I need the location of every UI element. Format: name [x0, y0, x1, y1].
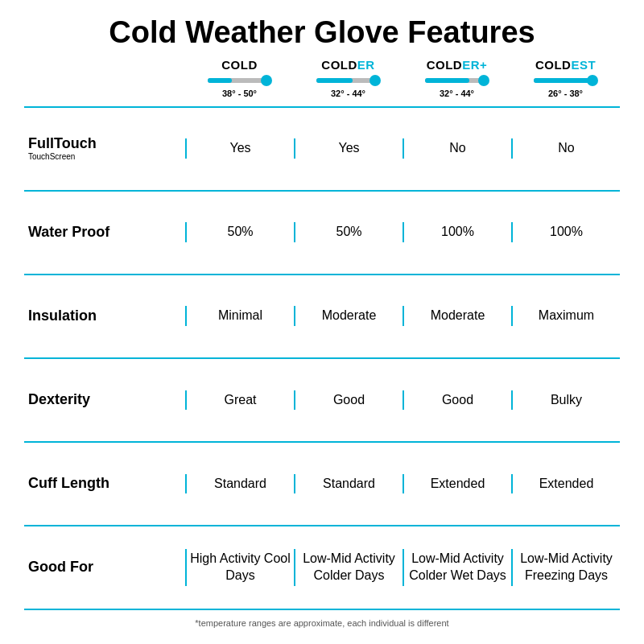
- row-value-goodfor-0: High Activity Cool Days: [185, 549, 294, 586]
- row-fulltouch: FullTouchTouchScreenYesYesNoNo: [24, 106, 620, 190]
- row-insulation: InsulationMinimalModerateModerateMaximum: [24, 274, 620, 357]
- col-temp-coldest: 26° - 38°: [548, 89, 583, 98]
- row-cufflength: Cuff LengthStandardStandardExtendedExten…: [24, 441, 620, 525]
- row-value-insulation-2: Moderate: [402, 306, 511, 326]
- therm-fill: [534, 78, 590, 83]
- thermometer-cold: [208, 75, 272, 86]
- row-value-cufflength-1: Standard: [294, 474, 402, 494]
- row-value-fulltouch-3: No: [511, 138, 620, 159]
- page-title: Cold Weather Glove Features: [24, 16, 620, 50]
- therm-fill: [425, 78, 469, 83]
- thermometer-colderplus: [425, 75, 489, 86]
- col-label-cold: COLD: [221, 58, 258, 72]
- row-value-waterproof-1: 50%: [294, 222, 402, 242]
- footer-note: *temperature ranges are approximate, eac…: [24, 618, 620, 628]
- col-label-coldest: COLDEST: [535, 58, 596, 72]
- thermometer-colder: [316, 75, 381, 86]
- col-label-colderplus: COLDER+: [427, 58, 488, 72]
- row-value-fulltouch-0: Yes: [185, 138, 294, 159]
- page: Cold Weather Glove Features COLD 38° - 5…: [0, 0, 644, 644]
- row-value-cufflength-3: Extended: [511, 474, 620, 494]
- therm-fill: [316, 78, 353, 83]
- row-label-cufflength: Cuff Length: [24, 476, 185, 492]
- row-goodfor: Good ForHigh Activity Cool DaysLow-Mid A…: [24, 525, 620, 610]
- row-sublabel-fulltouch: TouchScreen: [28, 152, 185, 161]
- row-value-waterproof-3: 100%: [511, 222, 620, 242]
- row-waterproof: Water Proof50%50%100%100%: [24, 190, 620, 274]
- row-value-dexterity-2: Good: [402, 390, 511, 411]
- therm-dot: [261, 75, 272, 86]
- col-temp-cold: 38° - 50°: [222, 89, 257, 98]
- row-value-fulltouch-1: Yes: [294, 138, 402, 159]
- row-value-waterproof-0: 50%: [185, 222, 294, 242]
- col-label-colder: COLDER: [321, 58, 374, 72]
- row-value-insulation-1: Moderate: [294, 306, 402, 326]
- col-temp-colderplus: 32° - 44°: [440, 89, 474, 98]
- header-col-coldest: COLDEST 26° - 38°: [511, 58, 620, 101]
- row-value-goodfor-2: Low-Mid Activity Colder Wet Days: [402, 549, 511, 586]
- header-col-cold: COLD 38° - 50°: [185, 58, 294, 101]
- thermometer-coldest: [534, 75, 598, 86]
- row-value-cufflength-0: Standard: [185, 474, 294, 494]
- therm-dot: [478, 75, 489, 86]
- row-value-cufflength-2: Extended: [402, 474, 511, 494]
- row-value-goodfor-1: Low-Mid Activity Colder Days: [294, 549, 402, 586]
- feature-table: COLD 38° - 50°COLDER 32° - 44°COLDER+ 32…: [24, 58, 620, 610]
- header-col-colder: COLDER 32° - 44°: [294, 58, 402, 101]
- row-value-dexterity-0: Great: [185, 390, 294, 411]
- therm-dot: [369, 75, 381, 86]
- col-temp-colder: 32° - 44°: [331, 89, 365, 98]
- therm-dot: [587, 75, 598, 86]
- row-dexterity: DexterityGreatGoodGoodBulky: [24, 357, 620, 441]
- therm-fill: [208, 78, 232, 83]
- row-label-goodfor: Good For: [24, 559, 185, 576]
- row-value-insulation-0: Minimal: [185, 306, 294, 326]
- header-row: COLD 38° - 50°COLDER 32° - 44°COLDER+ 32…: [24, 58, 620, 101]
- row-value-waterproof-2: 100%: [402, 222, 511, 242]
- row-value-dexterity-1: Good: [294, 390, 402, 411]
- row-label-insulation: Insulation: [24, 308, 185, 324]
- row-value-insulation-3: Maximum: [511, 306, 620, 326]
- row-value-goodfor-3: Low-Mid Activity Freezing Days: [511, 549, 620, 586]
- row-label-waterproof: Water Proof: [24, 225, 185, 241]
- row-label-dexterity: Dexterity: [24, 392, 185, 408]
- row-value-dexterity-3: Bulky: [511, 390, 620, 411]
- row-value-fulltouch-2: No: [402, 138, 511, 159]
- row-label-fulltouch: FullTouchTouchScreen: [24, 136, 185, 161]
- header-empty: [24, 58, 185, 101]
- header-col-colderplus: COLDER+ 32° - 44°: [402, 58, 511, 101]
